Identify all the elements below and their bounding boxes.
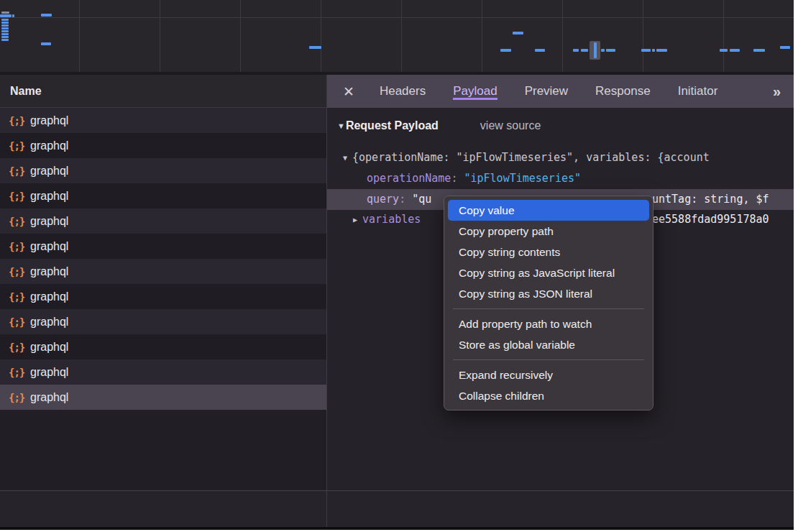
timeline-bar <box>601 49 605 52</box>
menu-item-add-property-path-to-watch[interactable]: Add property path to watch <box>444 313 653 334</box>
tab-payload[interactable]: Payload <box>453 84 497 100</box>
request-list: {;}graphql{;}graphql{;}graphql{;}graphql… <box>0 108 326 410</box>
request-name-label: graphql <box>30 391 68 404</box>
json-braces-icon: {;} <box>9 266 30 278</box>
timeline-gridline <box>240 0 241 72</box>
request-name-label: graphql <box>30 290 68 303</box>
request-row-graphql[interactable]: {;}graphql <box>0 158 326 183</box>
request-row-graphql[interactable]: {;}graphql <box>0 108 326 133</box>
timeline-bar <box>1 19 9 21</box>
json-value-right: ee5588fdad995178a0 <box>652 210 769 229</box>
section-collapse-icon[interactable]: ▼ <box>337 121 345 130</box>
json-value-left: "qu <box>412 193 431 206</box>
timeline-bar <box>0 14 12 17</box>
menu-separator <box>453 308 644 309</box>
window-bottom-edge <box>0 527 794 530</box>
json-braces-icon: {;} <box>9 241 30 252</box>
timeline-gridline <box>562 0 563 72</box>
timeline-bar <box>1 22 9 24</box>
json-braces-icon: {;} <box>9 115 30 127</box>
timeline-bar <box>1 12 9 14</box>
request-table: Name {;}graphql{;}graphql{;}graphql{;}gr… <box>0 75 326 490</box>
timeline-bar <box>1 33 9 35</box>
timeline-bar <box>581 49 588 52</box>
json-braces-icon: {;} <box>9 291 30 303</box>
json-colon: : <box>399 193 412 206</box>
panel-divider[interactable] <box>326 75 327 527</box>
request-row-graphql[interactable]: {;}graphql <box>0 334 326 359</box>
request-row-graphql[interactable]: {;}graphql <box>0 284 326 309</box>
tab-initiator[interactable]: Initiator <box>678 84 718 98</box>
timeline-bar <box>1 39 9 41</box>
json-braces-icon: {;} <box>9 392 30 403</box>
menu-item-copy-string-as-json-literal[interactable]: Copy string as JSON literal <box>444 283 653 304</box>
json-key: operationName <box>367 172 451 185</box>
context-menu: Copy valueCopy property pathCopy string … <box>444 196 653 411</box>
json-colon: : <box>451 172 464 185</box>
timeline-bar <box>513 32 523 35</box>
timeline-bar <box>730 49 740 52</box>
network-overview-timeline[interactable] <box>0 0 794 72</box>
request-name-label: graphql <box>30 366 68 379</box>
timeline-bar <box>1 30 9 32</box>
json-key: query <box>367 193 399 206</box>
more-tabs-icon[interactable]: » <box>773 83 779 100</box>
request-payload-section: ▼ Request Payload view source <box>337 119 541 132</box>
tab-headers[interactable]: Headers <box>380 84 426 98</box>
json-value-right: untTag: string, $f <box>652 189 769 210</box>
json-braces-icon: {;} <box>9 191 30 202</box>
timeline-bar <box>41 42 51 45</box>
json-root-preview: {operationName: "ipFlowTimeseries", vari… <box>352 151 710 164</box>
timeline-bar <box>652 49 655 52</box>
timeline-gridline <box>321 0 321 72</box>
json-braces-icon: {;} <box>9 165 30 177</box>
json-braces-icon: {;} <box>9 341 30 353</box>
status-bar <box>0 490 794 527</box>
expand-triangle-icon[interactable]: ▼ <box>343 148 347 168</box>
close-icon[interactable]: ✕ <box>343 83 354 100</box>
menu-item-copy-property-path[interactable]: Copy property path <box>444 221 653 242</box>
timeline-bar <box>606 49 615 52</box>
view-source-link[interactable]: view source <box>480 119 541 132</box>
timeline-gridline <box>79 0 80 72</box>
json-root-row[interactable]: ▼{operationName: "ipFlowTimeseries", var… <box>327 148 794 168</box>
timeline-bar <box>12 14 14 17</box>
collapsed-triangle-icon[interactable]: ▶ <box>353 210 357 229</box>
request-row-graphql[interactable]: {;}graphql <box>0 208 326 234</box>
menu-separator <box>453 359 644 360</box>
menu-item-copy-value[interactable]: Copy value <box>448 200 649 221</box>
request-name-label: graphql <box>30 165 68 178</box>
request-row-graphql[interactable]: {;}graphql <box>0 259 326 284</box>
menu-item-copy-string-contents[interactable]: Copy string contents <box>444 242 653 262</box>
menu-item-collapse-children[interactable]: Collapse children <box>444 385 653 406</box>
request-row-graphql[interactable]: {;}graphql <box>0 309 326 334</box>
json-braces-icon: {;} <box>9 140 30 152</box>
timeline-bar <box>573 49 579 52</box>
request-name-label: graphql <box>30 265 68 278</box>
timeline-bar <box>1 24 9 27</box>
request-row-graphql[interactable]: {;}graphql <box>0 359 326 385</box>
devtools-network-panel: Name {;}graphql{;}graphql{;}graphql{;}gr… <box>0 0 794 530</box>
timeline-gridline <box>160 0 160 72</box>
timeline-bar <box>753 49 765 52</box>
json-operation-row[interactable]: operationName: "ipFlowTimeseries" <box>327 169 794 188</box>
request-name-label: graphql <box>30 341 68 354</box>
menu-item-copy-string-as-javascript-literal[interactable]: Copy string as JavaScript literal <box>444 262 653 283</box>
menu-item-store-as-global-variable[interactable]: Store as global variable <box>444 334 653 355</box>
request-row-graphql[interactable]: {;}graphql <box>0 234 326 259</box>
request-row-graphql[interactable]: {;}graphql <box>0 183 326 208</box>
timeline-gridline <box>643 0 643 72</box>
tab-preview[interactable]: Preview <box>525 84 568 98</box>
timeline-bar <box>535 49 545 52</box>
request-row-graphql[interactable]: {;}graphql <box>0 385 326 410</box>
timeline-bar <box>500 49 511 52</box>
timeline-bar <box>1 36 9 38</box>
request-name-label: graphql <box>30 240 68 253</box>
tab-response[interactable]: Response <box>595 84 651 98</box>
timeline-bar <box>780 46 790 49</box>
timeline-hover-tick <box>594 42 597 58</box>
menu-item-expand-recursively[interactable]: Expand recursively <box>444 364 653 385</box>
timeline-gridline-horizontal <box>0 17 794 18</box>
name-column-header[interactable]: Name <box>0 75 326 108</box>
request-row-graphql[interactable]: {;}graphql <box>0 133 326 158</box>
